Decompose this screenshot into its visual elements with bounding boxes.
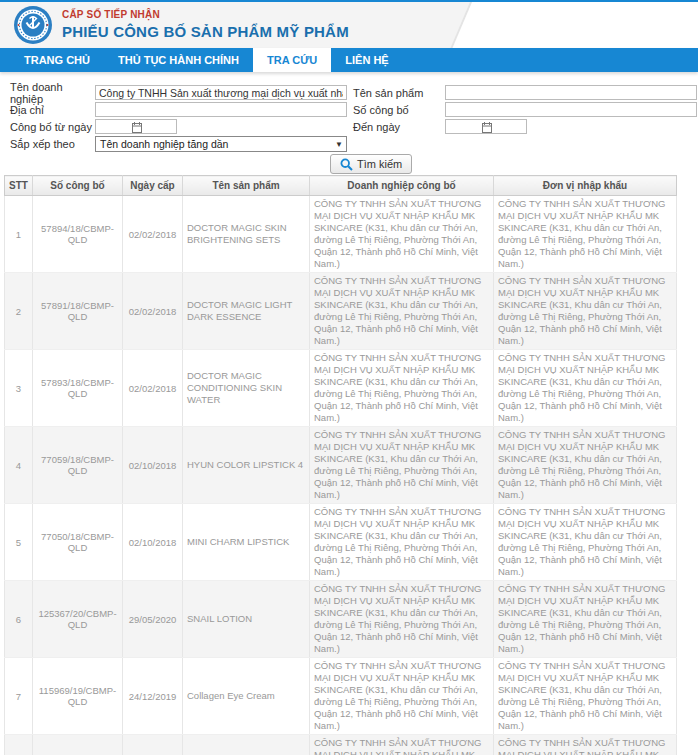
calendar-icon — [132, 122, 142, 133]
declaration-number-input[interactable] — [445, 102, 697, 117]
header: CẤP SỐ TIẾP NHẬN PHIẾU CÔNG BỐ SẢN PHẨM … — [0, 2, 698, 48]
cell-ngay-cap: 24/12/2019 — [123, 658, 183, 735]
table-row[interactable]: 4 77059/18/CBMP-QLD 02/10/2018 HYUN COLO… — [5, 427, 677, 504]
nav-item-tra-cuu[interactable]: TRA CỨU — [253, 48, 331, 72]
sort-by-select[interactable]: Tên doanh nghiệp tăng dần ▼ — [95, 136, 347, 152]
nav-item-lien-he[interactable]: LIÊN HỆ — [331, 48, 402, 72]
cell-ngay-cap: 29/05/2020 — [123, 581, 183, 658]
header-ngay-cap: Ngày cấp — [123, 176, 183, 196]
product-name-label: Tên sản phẩm — [347, 87, 445, 99]
table-row[interactable]: 5 77050/18/CBMP-QLD 02/10/2018 MINI CHAR… — [5, 504, 677, 581]
cell-ten-san-pham: Collagen Eye Cream — [183, 658, 310, 735]
cell-ngay-cap: 24/12/2019 — [123, 735, 183, 755]
search-button[interactable]: Tìm kiếm — [330, 154, 412, 174]
table-row[interactable]: 1 57894/18/CBMP-QLD 02/02/2018 DOCTOR MA… — [5, 196, 677, 273]
ministry-of-health-logo-icon — [13, 5, 53, 45]
calendar-icon — [482, 122, 492, 133]
chevron-down-icon: ▼ — [335, 138, 343, 152]
results-table: STT Số công bố Ngày cấp Tên sản phẩm Doa… — [4, 175, 677, 755]
product-name-input[interactable] — [445, 85, 697, 100]
header-stt: STT — [5, 176, 33, 196]
cell-doanh-nghiep-cong-bo: CÔNG TY TNHH SẢN XUẤT THƯƠNG MẠI DỊCH VỤ… — [310, 350, 494, 427]
table-row[interactable]: 7 115969/19/CBMP-QLD 24/12/2019 Collagen… — [5, 658, 677, 735]
search-form: Tên doanh nghiệp Tên sản phẩm Địa chỉ Số… — [0, 72, 698, 175]
cell-doanh-nghiep-cong-bo: CÔNG TY TNHH SẢN XUẤT THƯƠNG MẠI DỊCH VỤ… — [310, 504, 494, 581]
nav-item-thu-tuc-hanh-chinh[interactable]: THỦ TỤC HÀNH CHÍNH — [104, 48, 253, 72]
cell-so-cong-bo: 57891/18/CBMP-QLD — [33, 273, 123, 350]
company-name-label: Tên doanh nghiệp — [10, 81, 95, 105]
declaration-number-label: Số công bố — [347, 104, 445, 116]
cell-so-cong-bo: 77050/18/CBMP-QLD — [33, 504, 123, 581]
page-title: PHIẾU CÔNG BỐ SẢN PHẨM MỸ PHẨM — [62, 23, 349, 40]
nav-item-trang-chu[interactable]: TRANG CHỦ — [10, 48, 104, 72]
cell-stt: 8 — [5, 735, 33, 755]
cell-doanh-nghiep-cong-bo: CÔNG TY TNHH SẢN XUẤT THƯƠNG MẠI DỊCH VỤ… — [310, 735, 494, 755]
cell-stt: 6 — [5, 581, 33, 658]
company-name-input[interactable] — [95, 85, 347, 100]
cell-so-cong-bo: 77059/18/CBMP-QLD — [33, 427, 123, 504]
cell-ten-san-pham: HYUN COLOR LIPSTICK 4 — [183, 427, 310, 504]
header-so-cong-bo: Số công bố — [33, 176, 123, 196]
cell-ten-san-pham: MINI CHARM LIPSTICK — [183, 504, 310, 581]
cell-ngay-cap: 02/02/2018 — [123, 350, 183, 427]
table-header-row: STT Số công bố Ngày cấp Tên sản phẩm Doa… — [5, 176, 677, 196]
cell-don-vi-nhap-khau: CÔNG TY TNHH SẢN XUẤT THƯƠNG MẠI DỊCH VỤ… — [494, 658, 677, 735]
table-row[interactable]: 2 57891/18/CBMP-QLD 02/02/2018 DOCTOR MA… — [5, 273, 677, 350]
cell-stt: 1 — [5, 196, 33, 273]
to-date-input[interactable] — [445, 119, 527, 134]
table-row[interactable]: 8 115987/19/CBMP-QLD 24/12/2019 EYELASH … — [5, 735, 677, 755]
cell-stt: 7 — [5, 658, 33, 735]
from-date-label: Công bố từ ngày — [10, 121, 95, 133]
cell-so-cong-bo: 115987/19/CBMP-QLD — [33, 735, 123, 755]
cell-doanh-nghiep-cong-bo: CÔNG TY TNHH SẢN XUẤT THƯƠNG MẠI DỊCH VỤ… — [310, 581, 494, 658]
cell-ngay-cap: 02/10/2018 — [123, 427, 183, 504]
cell-doanh-nghiep-cong-bo: CÔNG TY TNHH SẢN XUẤT THƯƠNG MẠI DỊCH VỤ… — [310, 273, 494, 350]
search-icon — [340, 158, 353, 171]
cell-ten-san-pham: DOCTOR MAGIC SKIN BRIGHTENING SETS — [183, 196, 310, 273]
cell-stt: 3 — [5, 350, 33, 427]
cell-don-vi-nhap-khau: CÔNG TY TNHH SẢN XUẤT THƯƠNG MẠI DỊCH VỤ… — [494, 350, 677, 427]
cell-don-vi-nhap-khau: CÔNG TY TNHH SẢN XUẤT THƯƠNG MẠI DỊCH VỤ… — [494, 273, 677, 350]
cell-stt: 5 — [5, 504, 33, 581]
cell-don-vi-nhap-khau: CÔNG TY TNHH SẢN XUẤT THƯƠNG MẠI DỊCH VỤ… — [494, 196, 677, 273]
page: CẤP SỐ TIẾP NHẬN PHIẾU CÔNG BỐ SẢN PHẨM … — [0, 0, 698, 755]
to-date-label: Đến ngày — [347, 121, 445, 133]
header-don-vi-nhap-khau: Đơn vị nhập khẩu — [494, 176, 677, 196]
cell-don-vi-nhap-khau: CÔNG TY TNHH SẢN XUẤT THƯƠNG MẠI DỊCH VỤ… — [494, 504, 677, 581]
address-label: Địa chỉ — [10, 104, 95, 116]
cell-ten-san-pham: EYELASH NUTRIENT SOLUTION — [183, 735, 310, 755]
from-date-input[interactable] — [95, 119, 177, 134]
cell-so-cong-bo: 115969/19/CBMP-QLD — [33, 658, 123, 735]
cell-ten-san-pham: DOCTOR MAGIC CONDITIONING SKIN WATER — [183, 350, 310, 427]
main-nav: TRANG CHỦ THỦ TỤC HÀNH CHÍNH TRA CỨU LIÊ… — [0, 48, 698, 72]
cell-don-vi-nhap-khau: CÔNG TY TNHH SẢN XUẤT THƯƠNG MẠI DỊCH VỤ… — [494, 581, 677, 658]
header-pretitle: CẤP SỐ TIẾP NHẬN — [62, 9, 349, 20]
sort-by-label: Sắp xếp theo — [10, 138, 95, 150]
cell-don-vi-nhap-khau: CÔNG TY TNHH SẢN XUẤT THƯƠNG MẠI DỊCH VỤ… — [494, 427, 677, 504]
cell-so-cong-bo: 57894/18/CBMP-QLD — [33, 196, 123, 273]
cell-doanh-nghiep-cong-bo: CÔNG TY TNHH SẢN XUẤT THƯƠNG MẠI DỊCH VỤ… — [310, 658, 494, 735]
cell-so-cong-bo: 125367/20/CBMP-QLD — [33, 581, 123, 658]
cell-stt: 4 — [5, 427, 33, 504]
cell-ten-san-pham: SNAIL LOTION — [183, 581, 310, 658]
table-row[interactable]: 6 125367/20/CBMP-QLD 29/05/2020 SNAIL LO… — [5, 581, 677, 658]
cell-stt: 2 — [5, 273, 33, 350]
header-ten-san-pham: Tên sản phẩm — [183, 176, 310, 196]
header-titles: CẤP SỐ TIẾP NHẬN PHIẾU CÔNG BỐ SẢN PHẨM … — [62, 9, 349, 40]
cell-so-cong-bo: 57893/18/CBMP-QLD — [33, 350, 123, 427]
cell-ngay-cap: 02/02/2018 — [123, 273, 183, 350]
cell-ngay-cap: 02/02/2018 — [123, 196, 183, 273]
header-doanh-nghiep-cong-bo: Doanh nghiệp công bố — [310, 176, 494, 196]
cell-ten-san-pham: DOCTOR MAGIC LIGHT DARK ESSENCE — [183, 273, 310, 350]
cell-doanh-nghiep-cong-bo: CÔNG TY TNHH SẢN XUẤT THƯƠNG MẠI DỊCH VỤ… — [310, 196, 494, 273]
sort-by-selected-value: Tên doanh nghiệp tăng dần — [100, 138, 228, 150]
header-diagonal-divider — [450, 2, 472, 48]
table-row[interactable]: 3 57893/18/CBMP-QLD 02/02/2018 DOCTOR MA… — [5, 350, 677, 427]
address-input[interactable] — [95, 102, 347, 117]
cell-doanh-nghiep-cong-bo: CÔNG TY TNHH SẢN XUẤT THƯƠNG MẠI DỊCH VỤ… — [310, 427, 494, 504]
cell-ngay-cap: 02/10/2018 — [123, 504, 183, 581]
cell-don-vi-nhap-khau: CÔNG TY TNHH SẢN XUẤT THƯƠNG MẠI DỊCH VỤ… — [494, 735, 677, 755]
search-button-label: Tìm kiếm — [357, 158, 402, 170]
